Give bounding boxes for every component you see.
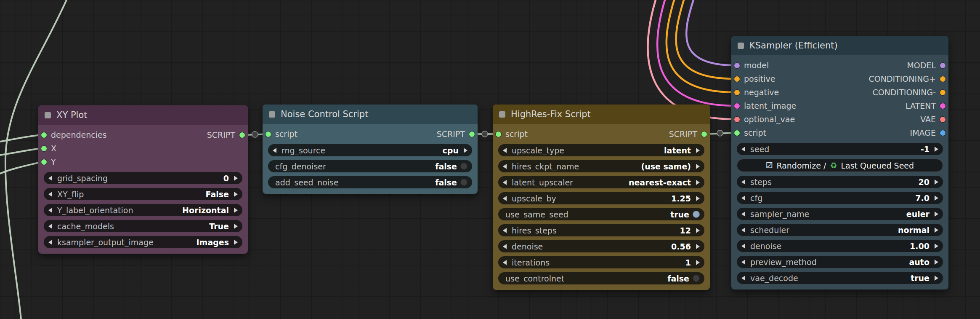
arrow-right-icon[interactable]	[935, 147, 938, 152]
output-slot-script[interactable]	[701, 131, 707, 137]
widget-denoise[interactable]: denoise 1.00	[737, 240, 943, 252]
randomize-seed-button[interactable]: ⚂ Randomize / ♻ Last Queued Seed	[737, 159, 943, 172]
collapse-icon[interactable]	[499, 111, 505, 118]
arrow-right-icon[interactable]	[935, 196, 938, 201]
output-slot-image[interactable]	[940, 130, 945, 136]
node-noise-control-script[interactable]: Noise Control Script script SCRIPT rng_s…	[263, 105, 478, 194]
arrow-left-icon[interactable]	[741, 228, 745, 233]
collapse-icon[interactable]	[738, 43, 744, 49]
arrow-right-icon[interactable]	[935, 244, 938, 249]
arrow-right-icon[interactable]	[696, 180, 700, 185]
widget-denoise[interactable]: denoise 0.56	[498, 240, 704, 252]
widget-preview-method[interactable]: preview_method auto	[737, 256, 943, 268]
widget-cache-models[interactable]: cache_models True	[44, 220, 242, 232]
arrow-left-icon[interactable]	[503, 244, 507, 249]
input-slot-dependencies[interactable]	[41, 132, 47, 138]
widget-hires-steps[interactable]: hires_steps 12	[498, 224, 704, 236]
node-graph-canvas[interactable]: XY Plot dependencies SCRIPT X Y	[0, 0, 980, 319]
widget-vae-decode[interactable]: vae_decode true	[737, 272, 943, 284]
node-title-bar[interactable]: Noise Control Script	[263, 105, 478, 124]
arrow-right-icon[interactable]	[696, 164, 700, 169]
arrow-right-icon[interactable]	[696, 228, 700, 233]
widget-seed[interactable]: seed -1	[737, 143, 943, 155]
arrow-left-icon[interactable]	[741, 276, 745, 281]
arrow-left-icon[interactable]	[48, 224, 52, 229]
arrow-left-icon[interactable]	[503, 260, 507, 265]
arrow-left-icon[interactable]	[741, 180, 745, 185]
arrow-left-icon[interactable]	[741, 260, 745, 265]
widget-rng-source[interactable]: rng_source cpu	[268, 144, 472, 156]
input-slot-script[interactable]	[734, 130, 740, 136]
arrow-left-icon[interactable]	[503, 164, 507, 169]
arrow-right-icon[interactable]	[234, 176, 238, 181]
input-slot-optional-vae[interactable]	[734, 117, 740, 122]
widget-sampler-name[interactable]: sampler_name euler	[737, 208, 943, 220]
arrow-left-icon[interactable]	[503, 180, 507, 185]
arrow-left-icon[interactable]	[741, 212, 745, 217]
widget-grid-spacing[interactable]: grid_spacing 0	[44, 172, 242, 184]
node-highres-fix-script[interactable]: HighRes-Fix Script script SCRIPT upscale…	[493, 105, 710, 290]
toggle-knob[interactable]	[460, 179, 467, 186]
arrow-right-icon[interactable]	[696, 260, 700, 265]
widget-use-same-seed[interactable]: use_same_seed true	[498, 208, 704, 220]
toggle-knob[interactable]	[460, 163, 467, 170]
output-slot-script[interactable]	[469, 131, 475, 137]
widget-upscale-by[interactable]: upscale_by 1.25	[498, 192, 704, 204]
link-midpoint-dot[interactable]	[717, 130, 723, 136]
node-title-bar[interactable]: KSampler (Efficient)	[731, 36, 948, 55]
arrow-left-icon[interactable]	[273, 148, 276, 153]
input-slot-script[interactable]	[496, 131, 501, 137]
input-slot-x[interactable]	[41, 146, 47, 151]
arrow-right-icon[interactable]	[935, 276, 938, 281]
input-slot-y[interactable]	[41, 159, 47, 165]
toggle-knob[interactable]	[693, 275, 700, 282]
arrow-right-icon[interactable]	[234, 224, 238, 229]
output-slot-conditioning-minus[interactable]	[940, 90, 945, 95]
input-slot-latent-image[interactable]	[734, 103, 740, 109]
node-ksampler-efficient[interactable]: KSampler (Efficient) model MODEL positiv…	[731, 36, 948, 290]
arrow-left-icon[interactable]	[48, 208, 52, 213]
widget-upscale-type[interactable]: upscale_type latent	[498, 144, 704, 156]
arrow-left-icon[interactable]	[741, 147, 745, 152]
arrow-left-icon[interactable]	[503, 196, 507, 201]
arrow-left-icon[interactable]	[503, 228, 507, 233]
widget-y-label-orientation[interactable]: Y_label_orientation Horizontal	[44, 204, 242, 216]
widget-xy-flip[interactable]: XY_flip False	[44, 188, 242, 200]
arrow-right-icon[interactable]	[234, 208, 238, 213]
toggle-knob[interactable]	[693, 211, 700, 218]
widget-steps[interactable]: steps 20	[737, 176, 943, 188]
arrow-right-icon[interactable]	[935, 180, 938, 185]
arrow-right-icon[interactable]	[234, 192, 238, 197]
arrow-right-icon[interactable]	[935, 228, 938, 233]
collapse-icon[interactable]	[45, 112, 51, 118]
arrow-right-icon[interactable]	[464, 148, 467, 153]
widget-add-seed-noise[interactable]: add_seed_noise false	[268, 176, 472, 188]
arrow-right-icon[interactable]	[696, 244, 700, 249]
output-slot-conditioning-plus[interactable]	[940, 76, 945, 82]
arrow-left-icon[interactable]	[48, 240, 52, 245]
widget-hires-ckpt-name[interactable]: hires_ckpt_name (use same)	[498, 160, 704, 172]
arrow-right-icon[interactable]	[696, 196, 700, 201]
arrow-left-icon[interactable]	[48, 176, 52, 181]
widget-ksampler-output-image[interactable]: ksampler_output_image Images	[44, 236, 242, 248]
output-slot-latent[interactable]	[940, 103, 945, 109]
output-slot-script[interactable]	[239, 132, 245, 138]
arrow-right-icon[interactable]	[935, 260, 938, 265]
link-midpoint-dot[interactable]	[482, 131, 488, 137]
arrow-right-icon[interactable]	[696, 148, 700, 153]
node-xy-plot[interactable]: XY Plot dependencies SCRIPT X Y	[38, 105, 248, 254]
widget-iterations[interactable]: iterations 1	[498, 256, 704, 268]
widget-cfg-denoiser[interactable]: cfg_denoiser false	[268, 160, 472, 172]
widget-scheduler[interactable]: scheduler normal	[737, 224, 943, 236]
output-slot-model[interactable]	[940, 63, 945, 68]
arrow-right-icon[interactable]	[935, 212, 938, 217]
widget-latent-upscaler[interactable]: latent_upscaler nearest-exact	[498, 176, 704, 188]
arrow-left-icon[interactable]	[741, 196, 745, 201]
link-midpoint-dot[interactable]	[252, 131, 258, 137]
widget-cfg[interactable]: cfg 7.0	[737, 192, 943, 204]
arrow-left-icon[interactable]	[48, 192, 52, 197]
node-title-bar[interactable]: HighRes-Fix Script	[493, 105, 710, 124]
input-slot-model[interactable]	[734, 63, 740, 68]
output-slot-vae[interactable]	[940, 117, 945, 122]
input-slot-negative[interactable]	[734, 90, 740, 95]
